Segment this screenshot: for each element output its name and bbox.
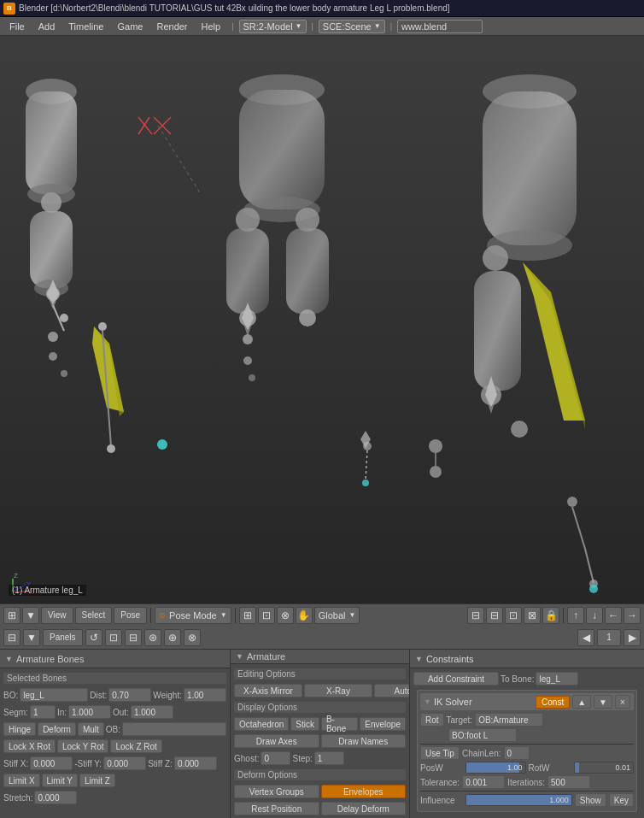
to-bone-val[interactable]: leg_L (536, 672, 578, 686)
limit-row: Limit X Limit Y Limit Z (3, 773, 226, 788)
draw-names-btn[interactable]: Draw Names (321, 734, 407, 748)
vp-icon-arrow[interactable]: ▼ (22, 607, 39, 624)
chainlen-val[interactable]: 0 (504, 746, 530, 760)
draw-axes-btn[interactable]: Draw Axes (234, 734, 319, 748)
panels-icon7[interactable]: ⊗ (184, 629, 201, 646)
influence-bar[interactable]: 1.000 (465, 794, 572, 806)
hinge-btn[interactable]: Hinge (3, 722, 36, 736)
envelope-btn[interactable]: Envelope (360, 717, 406, 731)
panels-icon1[interactable]: ⊟ (3, 629, 20, 646)
bo-value[interactable]: leg_L (20, 688, 88, 702)
panels-icon2[interactable]: ▼ (23, 629, 40, 646)
vp-icon-7[interactable]: ⊡ (505, 607, 522, 624)
const-btn[interactable]: Const (536, 696, 570, 709)
rest-position-btn[interactable]: Rest Position (234, 802, 319, 815)
xray-btn[interactable]: X-Ray (304, 684, 372, 697)
use-tip-btn[interactable]: Use Tip (420, 746, 460, 760)
menu-help[interactable]: Help (196, 20, 227, 33)
vp-icon-9[interactable]: 🔒 (542, 607, 559, 624)
lock-z-btn[interactable]: Lock Z Rot (110, 739, 161, 753)
show-btn[interactable]: Show (575, 793, 606, 807)
vp-icon-3[interactable]: ⊗ (277, 607, 294, 624)
vp-icon-8[interactable]: ⊠ (524, 607, 541, 624)
mode-dropdown[interactable]: SR:2-Model ▼ (239, 20, 307, 33)
vp-icon-1[interactable]: ⊞ (239, 607, 256, 624)
weight-value[interactable]: 1.00 (184, 688, 226, 702)
limit-z-btn[interactable]: Limit Z (79, 774, 115, 787)
svg-point-47 (483, 245, 508, 271)
vp-view-btn[interactable]: View (41, 607, 73, 624)
deform-options-label: Deform Options (234, 769, 406, 780)
stiff-y-val[interactable]: 0.000 (103, 756, 146, 770)
scene-dropdown-arrow: ▼ (374, 22, 381, 30)
vp-icon-11[interactable]: ↓ (586, 607, 603, 624)
lock-y-btn[interactable]: Lock Y Rot (57, 739, 109, 753)
posw-bar[interactable]: 1.00 (465, 762, 526, 774)
key-btn[interactable]: Key (609, 793, 634, 807)
panels-icon3[interactable]: ⊡ (105, 629, 122, 646)
out-value[interactable]: 1.000 (131, 705, 173, 719)
in-value[interactable]: 1.000 (68, 705, 111, 719)
vp-icon-2[interactable]: ⊡ (258, 607, 275, 624)
rot-btn[interactable]: Rot (420, 713, 444, 727)
delay-deform-btn[interactable]: Delay Deform (321, 802, 407, 815)
menu-game[interactable]: Game (111, 20, 149, 33)
page-next[interactable]: ▶ (624, 629, 641, 646)
pose-mode-select[interactable]: ⊙ Pose Mode ▼ (155, 607, 231, 624)
limit-x-btn[interactable]: Limit X (3, 774, 40, 787)
panels-refresh[interactable]: ↺ (85, 629, 102, 646)
ghost-val[interactable]: 0 (261, 751, 290, 765)
envelopes-btn[interactable]: Envelopes (321, 785, 407, 798)
stretch-val[interactable]: 0.000 (34, 791, 77, 804)
global-select[interactable]: Global ▼ (314, 607, 360, 624)
step-val[interactable]: 1 (314, 751, 344, 765)
limit-y-btn[interactable]: Limit Y (42, 774, 78, 787)
svg-point-10 (60, 314, 68, 322)
dist-value[interactable]: 0.70 (108, 688, 151, 702)
target-bone-val[interactable]: BO:foot L (448, 728, 517, 742)
menu-file[interactable]: File (3, 20, 31, 33)
panels-icon5[interactable]: ⊛ (144, 629, 161, 646)
vp-icon-6[interactable]: ⊟ (486, 607, 503, 624)
xaxis-mirror-btn[interactable]: X-Axis Mirror (234, 684, 302, 697)
deform-btn[interactable]: Deform (38, 722, 76, 736)
menu-render[interactable]: Render (150, 20, 193, 33)
auto-ik-btn[interactable]: Auto IK (374, 684, 410, 697)
panels-label-btn[interactable]: Panels (43, 629, 83, 646)
vp-icon-4[interactable]: ✋ (296, 607, 313, 624)
target-val[interactable]: OB:Armature (475, 713, 543, 727)
octahedron-btn[interactable]: Octahedron (234, 717, 289, 731)
tolerance-val[interactable]: 0.001 (462, 775, 505, 789)
rotw-bar[interactable]: 0.01 (574, 762, 635, 774)
stiff-z-val[interactable]: 0.000 (174, 756, 217, 770)
panels-icon4[interactable]: ⊟ (125, 629, 142, 646)
web-field[interactable]: www.blend (397, 20, 483, 33)
add-constraint-btn[interactable]: Add Constraint (413, 672, 499, 686)
vp-select-btn[interactable]: Select (75, 607, 113, 624)
panels-icon6[interactable]: ⊕ (164, 629, 181, 646)
ik-close-btn[interactable]: × (615, 695, 630, 709)
scene-dropdown[interactable]: SCE:Scene ▼ (319, 20, 385, 33)
vp-icon-grid[interactable]: ⊞ (3, 607, 20, 624)
stiff-x-val[interactable]: 0.000 (30, 756, 73, 770)
page-prev[interactable]: ◀ (577, 629, 594, 646)
vp-icon-13[interactable]: → (624, 607, 641, 624)
mult-btn[interactable]: Mult (78, 722, 104, 736)
ik-up-btn[interactable]: ▲ (572, 695, 591, 709)
stick-btn[interactable]: Stick (290, 717, 319, 731)
segm-value[interactable]: 1 (30, 705, 56, 719)
ik-down-btn[interactable]: ▼ (594, 695, 612, 709)
iterations-val[interactable]: 500 (547, 775, 590, 789)
vertex-groups-btn[interactable]: Vertex Groups (234, 785, 319, 798)
menu-add[interactable]: Add (32, 20, 61, 33)
bo-row: BO: leg_L Dist: 0.70 Weight: 1.00 (3, 687, 226, 703)
ob-value[interactable] (122, 722, 226, 736)
lock-x-btn[interactable]: Lock X Rot (3, 739, 56, 753)
bbone-btn[interactable]: B-Bone (321, 717, 358, 731)
vp-icon-5[interactable]: ⊟ (467, 607, 484, 624)
menu-timeline[interactable]: Timeline (62, 20, 109, 33)
vp-icon-10[interactable]: ↑ (567, 607, 584, 624)
vp-pose-btn[interactable]: Pose (114, 607, 147, 624)
dist-label: Dist: (90, 691, 107, 700)
vp-icon-12[interactable]: ← (605, 607, 622, 624)
